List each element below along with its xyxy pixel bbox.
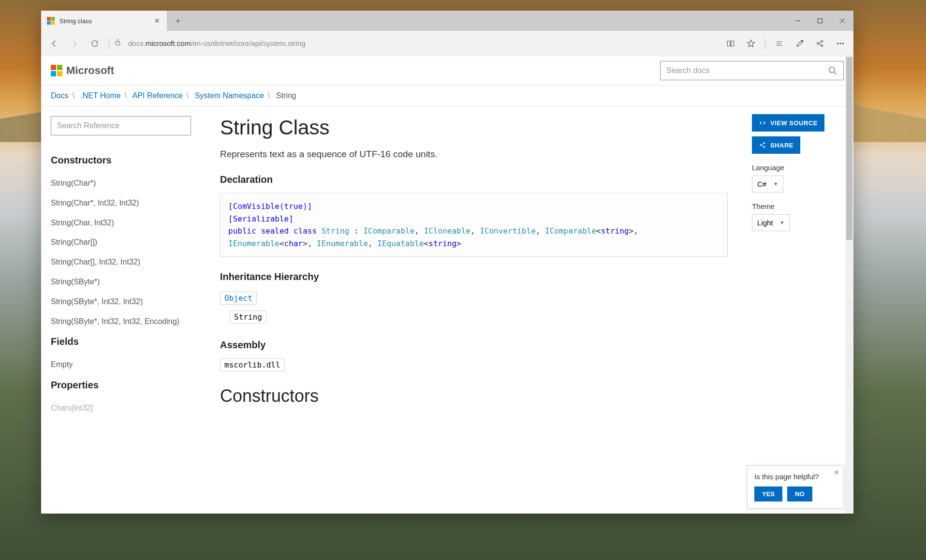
sidebar-group-title: Fields [51,336,191,347]
sidebar-item[interactable]: String(Char[]) [51,233,191,252]
new-tab-button[interactable]: ＋ [167,11,189,31]
sidebar-group-title: Constructors [51,155,191,166]
favicon-icon [47,17,55,25]
inherit-self: String [230,310,266,324]
feedback-no-button[interactable]: NO [787,486,812,501]
reading-view-icon[interactable] [721,34,740,53]
search-reference-input[interactable] [51,116,191,135]
search-docs-box[interactable] [660,61,844,80]
close-tab-icon[interactable]: ✕ [153,17,161,25]
lock-icon [114,39,121,48]
share-icon [759,141,766,149]
sidebar-item[interactable]: Empty [51,355,191,375]
search-docs-input[interactable] [666,66,828,75]
minimize-button[interactable] [787,11,809,31]
microsoft-logo-icon [51,65,62,76]
refresh-button[interactable] [86,34,104,53]
browser-toolbar: docs.microsoft.com/en-us/dotnet/core/api… [41,31,853,56]
svg-line-23 [761,146,764,147]
feedback-prompt: Is this page helpful? [754,472,837,481]
code-icon [759,119,766,127]
svg-point-15 [840,43,841,44]
titlebar: String class ✕ ＋ [41,11,853,31]
back-button[interactable] [45,34,63,53]
section-heading-inheritance: Inheritance Hierarchy [220,271,728,282]
site-header: Microsoft [41,56,853,85]
language-select[interactable]: C# [752,176,783,192]
svg-point-8 [802,40,803,42]
hub-icon[interactable] [770,34,789,53]
sidebar-item[interactable]: String(Char*, Int32, Int32) [51,193,191,213]
breadcrumb-current: String [276,91,296,100]
sidebar-group-title: Properties [51,380,191,391]
tab-title: String class [59,17,148,25]
sidebar-item[interactable]: String(SByte*) [51,272,191,292]
notes-icon[interactable] [791,34,809,53]
theme-select[interactable]: Light [752,214,790,231]
article: String Class Represents text as a sequen… [201,106,747,507]
action-rail: VIEW SOURCE SHARE Language C# Theme Ligh… [747,106,853,507]
browser-tab[interactable]: String class ✕ [41,11,167,31]
window-controls [787,11,853,31]
svg-line-13 [819,44,821,45]
toolbar-separator [765,38,765,49]
inheritance-hierarchy: Object String [220,290,728,325]
favorite-icon[interactable] [742,34,760,53]
page-description: Represents text as a sequence of UTF-16 … [220,149,728,160]
breadcrumb-link[interactable]: API Reference [132,91,183,100]
feedback-yes-button[interactable]: YES [754,486,782,501]
toolbar-separator [109,38,109,49]
sidebar-item[interactable]: String(SByte*, Int32, Int32, Encoding) [51,312,191,332]
microsoft-logo[interactable]: Microsoft [51,64,114,77]
sidebar-item[interactable]: String(Char[], Int32, Int32) [51,252,191,272]
language-label: Language [752,163,849,172]
breadcrumb-link[interactable]: System Namespace [195,91,264,100]
forward-button[interactable] [65,34,84,53]
browser-window: String class ✕ ＋ docs.microsoft.com/en-u… [41,11,853,514]
brand-name: Microsoft [66,64,114,77]
sidebar-item[interactable]: String(SByte*, Int32, Int32) [51,292,191,312]
url-text: docs.microsoft.com/en-us/dotnet/core/api… [128,39,306,47]
svg-rect-1 [818,19,823,23]
sidebar-item[interactable]: String(Char, Int32) [51,213,191,233]
scrollbar[interactable] [845,56,853,514]
page-content: Microsoft Docs\ .NET Home\ API Reference… [41,56,853,514]
svg-rect-4 [116,42,120,45]
svg-point-19 [760,144,761,146]
svg-point-20 [764,142,765,144]
close-icon[interactable]: ✕ [834,469,839,476]
svg-point-11 [821,44,823,46]
section-heading-constructors: Constructors [220,386,728,406]
sidebar-item[interactable]: String(Char*) [51,174,191,193]
close-window-button[interactable] [831,11,853,31]
section-heading-assembly: Assembly [220,339,728,351]
svg-point-21 [764,146,765,147]
assembly-name: mscorlib.dll [220,358,285,371]
svg-point-16 [842,43,843,44]
svg-point-10 [821,40,823,42]
feedback-popup: ✕ Is this page helpful? YES NO [747,465,844,509]
more-icon[interactable] [831,34,850,53]
share-button[interactable]: SHARE [752,136,800,154]
address-bar[interactable]: docs.microsoft.com/en-us/dotnet/core/api… [123,39,720,47]
inherit-parent-link[interactable]: Object [220,292,257,305]
breadcrumb-link[interactable]: .NET Home [80,91,120,100]
sidebar-item[interactable]: Chars[Int32] [51,398,191,418]
svg-point-17 [829,67,835,73]
share-icon[interactable] [811,34,829,53]
maximize-button[interactable] [809,11,831,31]
section-heading-declaration: Declaration [220,174,728,185]
search-icon [828,66,838,75]
svg-line-12 [819,42,821,43]
breadcrumb: Docs\ .NET Home\ API Reference\ System N… [41,85,853,106]
sidebar: Constructors String(Char*) String(Char*,… [41,106,201,507]
view-source-button[interactable]: VIEW SOURCE [752,114,824,132]
svg-point-14 [838,43,838,44]
page-body: Constructors String(Char*) String(Char*,… [41,106,853,507]
svg-point-9 [817,43,819,44]
declaration-code: [ComVisible(true)] [Serializable] public… [220,193,728,257]
theme-label: Theme [752,202,849,210]
page-title: String Class [220,116,728,139]
svg-line-22 [761,144,764,145]
breadcrumb-link[interactable]: Docs [51,91,68,100]
